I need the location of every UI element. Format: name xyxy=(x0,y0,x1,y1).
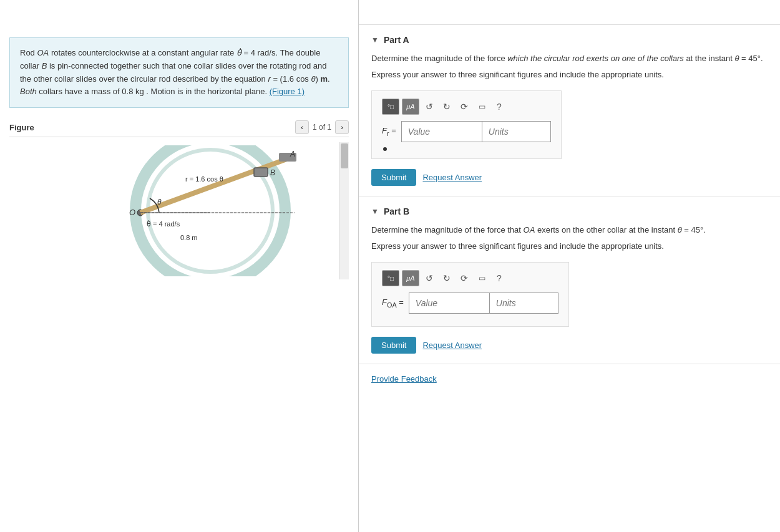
part-a-desc2: Express your answer to three significant… xyxy=(371,69,768,81)
refresh-button-a[interactable]: ⟳ xyxy=(457,99,472,115)
figure-svg: O θ θ̇ = 4 rad/s r = 1.6 cos θ xyxy=(48,145,310,276)
page-indicator: 1 of 1 xyxy=(313,123,331,132)
part-a-label: Fr = xyxy=(382,126,396,137)
left-panel: Rod OA rotates counterclockwise at a con… xyxy=(0,0,359,532)
svg-text:θ̇ = 4 rad/s: θ̇ = 4 rad/s xyxy=(147,220,180,228)
part-a-toolbar: °□ μΑ ↺ ↻ ⟳ ▭ ? xyxy=(382,99,551,115)
part-b-request-button[interactable]: Request Answer xyxy=(422,341,482,350)
part-a-dot xyxy=(383,147,387,151)
part-b-answer-box: °□ μΑ ↺ ↻ ⟳ ▭ ? FOA = xyxy=(371,262,569,327)
prev-figure-button[interactable]: ‹ xyxy=(295,120,309,134)
problem-box: Rod OA rotates counterclockwise at a con… xyxy=(9,37,349,108)
part-a-submit-button[interactable]: Submit xyxy=(371,169,416,186)
part-b-action-row: Submit Request Answer xyxy=(371,337,768,354)
figure-scrollbar[interactable] xyxy=(339,142,349,279)
keyboard-button-a[interactable]: ▭ xyxy=(474,99,489,115)
part-b-title: Part B xyxy=(384,206,409,216)
part-a-units-input[interactable] xyxy=(482,121,551,142)
part-b-toolbar: °□ μΑ ↺ ↻ ⟳ ▭ ? xyxy=(382,270,558,286)
redo-button-a[interactable]: ↻ xyxy=(439,99,454,115)
symbol-button-b[interactable]: °□ xyxy=(382,270,399,286)
part-a-action-row: Submit Request Answer xyxy=(371,169,768,186)
scroll-thumb xyxy=(341,143,348,168)
symbol-button-a[interactable]: °□ xyxy=(382,99,399,115)
part-a-value-input[interactable] xyxy=(401,121,482,142)
part-b-submit-button[interactable]: Submit xyxy=(371,337,416,354)
top-bar xyxy=(359,0,780,25)
part-b-desc1: Determine the magnitude of the force tha… xyxy=(371,224,768,236)
part-a-answer-box: °□ μΑ ↺ ↻ ⟳ ▭ ? Fr = xyxy=(371,90,562,159)
part-b-desc2: Express your answer to three significant… xyxy=(371,240,768,253)
svg-rect-9 xyxy=(254,168,268,177)
svg-text:B: B xyxy=(270,168,275,177)
problem-text: Rod OA rotates counterclockwise at a con… xyxy=(20,48,330,96)
part-b-units-input[interactable] xyxy=(490,293,558,314)
keyboard-button-b[interactable]: ▭ xyxy=(474,270,489,286)
svg-text:θ: θ xyxy=(157,198,162,206)
part-b-header: ▼ Part B xyxy=(371,206,768,216)
figure-header: Figure ‹ 1 of 1 › xyxy=(9,118,349,137)
part-a-desc1: Determine the magnitude of the force whi… xyxy=(371,52,768,65)
right-panel: ▼ Part A Determine the magnitude of the … xyxy=(359,0,780,532)
svg-point-0 xyxy=(135,145,285,276)
part-a-collapse[interactable]: ▼ xyxy=(371,36,379,44)
part-b-input-row: FOA = xyxy=(382,293,558,314)
part-a-header: ▼ Part A xyxy=(371,35,768,45)
svg-text:0.8 m: 0.8 m xyxy=(180,234,198,241)
svg-text:r = 1.6 cos θ: r = 1.6 cos θ xyxy=(185,175,223,183)
figure-section: Figure ‹ 1 of 1 › O xyxy=(9,118,349,279)
svg-text:A: A xyxy=(290,150,295,158)
help-button-b[interactable]: ? xyxy=(492,270,507,286)
part-a-input-row: Fr = xyxy=(382,121,551,142)
figure-title: Figure xyxy=(9,123,34,132)
part-a-title: Part A xyxy=(384,35,409,45)
part-b-section: ▼ Part B Determine the magnitude of the … xyxy=(359,196,780,364)
mu-button-a[interactable]: μΑ xyxy=(402,99,419,115)
provide-feedback-link[interactable]: Provide Feedback xyxy=(371,374,768,384)
part-b-label: FOA = xyxy=(382,297,404,309)
next-figure-button[interactable]: › xyxy=(335,120,349,134)
figure-nav: ‹ 1 of 1 › xyxy=(295,120,349,134)
help-button-a[interactable]: ? xyxy=(492,99,507,115)
figure-link[interactable]: (Figure 1) xyxy=(270,87,305,96)
undo-button-b[interactable]: ↺ xyxy=(422,270,437,286)
part-b-value-input[interactable] xyxy=(409,293,490,314)
mu-button-b[interactable]: μΑ xyxy=(402,270,419,286)
part-b-collapse[interactable]: ▼ xyxy=(371,207,379,216)
figure-container: O θ θ̇ = 4 rad/s r = 1.6 cos θ xyxy=(9,142,349,279)
part-a-section: ▼ Part A Determine the magnitude of the … xyxy=(359,25,780,196)
svg-text:O: O xyxy=(129,208,135,217)
refresh-button-b[interactable]: ⟳ xyxy=(457,270,472,286)
undo-button-a[interactable]: ↺ xyxy=(422,99,437,115)
redo-button-b[interactable]: ↻ xyxy=(439,270,454,286)
part-a-request-button[interactable]: Request Answer xyxy=(422,173,482,182)
